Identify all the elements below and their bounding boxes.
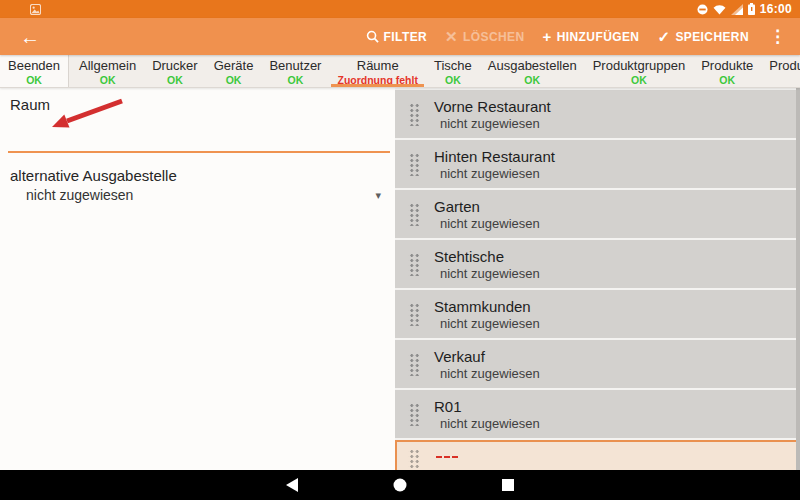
chevron-down-icon: ▾ xyxy=(375,189,381,202)
tab-raeume[interactable]: Räume Zuordnung fehlt xyxy=(329,55,425,87)
android-status-bar: 16:00 xyxy=(0,0,800,18)
empty-room-name-indicator xyxy=(436,456,458,458)
room-edit-form: Raum alternative Ausgabestelle nicht zug… xyxy=(0,88,395,470)
list-item-room[interactable]: Hinten Restaurantnicht zugewiesen xyxy=(395,140,800,188)
tab-produktoptionen[interactable]: Produktoptionen OK xyxy=(761,55,800,87)
tab-allgemein[interactable]: Allgemein OK xyxy=(71,55,144,87)
cell-signal-icon xyxy=(731,4,743,15)
back-arrow-icon[interactable]: ← xyxy=(20,27,40,47)
list-item-room[interactable]: Stehtischenicht zugewiesen xyxy=(395,240,800,288)
content-area: Raum alternative Ausgabestelle nicht zug… xyxy=(0,88,800,470)
android-nav-bar xyxy=(0,470,800,500)
settings-tab-bar: Beenden OK Allgemein OK Drucker OK Gerät… xyxy=(0,55,800,88)
close-icon: ✕ xyxy=(445,29,458,44)
alt-output-field: alternative Ausgabestelle nicht zugewies… xyxy=(0,167,395,203)
drag-handle-icon[interactable] xyxy=(408,302,419,326)
battery-icon xyxy=(748,3,755,15)
tab-geraete[interactable]: Geräte OK xyxy=(206,55,262,87)
drag-handle-icon[interactable] xyxy=(408,152,419,176)
tab-benutzer[interactable]: Benutzer OK xyxy=(261,55,329,87)
filter-button-label: FILTER xyxy=(384,30,428,44)
tab-tische[interactable]: Tische OK xyxy=(426,55,480,87)
list-item-room[interactable]: Gartennicht zugewiesen xyxy=(395,190,800,238)
list-item-room-selected[interactable] xyxy=(395,440,800,470)
save-button-label: SPEICHERN xyxy=(675,30,749,44)
nav-back-icon[interactable] xyxy=(284,477,300,493)
do-not-disturb-icon xyxy=(697,4,708,15)
tab-produkte[interactable]: Produkte OK xyxy=(693,55,761,87)
list-item-room[interactable]: Verkaufnicht zugewiesen xyxy=(395,340,800,388)
filter-button[interactable]: FILTER xyxy=(366,30,428,44)
list-item-room[interactable]: Stammkundennicht zugewiesen xyxy=(395,290,800,338)
app-screen: 16:00 ← FILTER ✕ LÖSCHEN + HINZUFÜGEN ✓ … xyxy=(0,0,800,500)
add-button[interactable]: + HINZUFÜGEN xyxy=(543,29,640,44)
clock-time: 16:00 xyxy=(760,2,792,16)
room-list: Vorne Restaurantnicht zugewiesen Hinten … xyxy=(395,88,800,470)
nav-recents-icon[interactable] xyxy=(500,477,516,493)
save-button[interactable]: ✓ SPEICHERN xyxy=(657,29,749,44)
delete-button: ✕ LÖSCHEN xyxy=(445,29,524,44)
drag-handle-icon[interactable] xyxy=(408,252,419,276)
tab-produktgruppen[interactable]: Produktgruppen OK xyxy=(585,55,694,87)
drag-handle-icon[interactable] xyxy=(408,402,419,426)
app-toolbar: ← FILTER ✕ LÖSCHEN + HINZUFÜGEN ✓ SPEICH… xyxy=(0,18,800,55)
alt-output-select[interactable]: nicht zugewiesen ▾ xyxy=(26,187,381,203)
drag-handle-icon[interactable] xyxy=(408,102,419,126)
alt-output-label: alternative Ausgabestelle xyxy=(10,167,395,184)
check-icon: ✓ xyxy=(657,29,670,44)
alt-output-value: nicht zugewiesen xyxy=(26,187,133,203)
scrollbar[interactable] xyxy=(796,88,800,470)
plus-icon: + xyxy=(543,29,552,44)
overflow-menu-icon[interactable]: ⋮ xyxy=(767,28,788,45)
search-icon xyxy=(366,30,379,43)
drag-handle-icon[interactable] xyxy=(408,202,419,226)
list-item-room[interactable]: Vorne Restaurantnicht zugewiesen xyxy=(395,90,800,138)
add-button-label: HINZUFÜGEN xyxy=(557,30,640,44)
tab-beenden[interactable]: Beenden OK xyxy=(0,55,69,87)
wifi-icon xyxy=(713,4,726,15)
list-item-room[interactable]: R01nicht zugewiesen xyxy=(395,390,800,438)
drag-handle-icon[interactable] xyxy=(408,448,419,470)
nav-home-icon[interactable] xyxy=(392,477,408,493)
room-name-input[interactable] xyxy=(8,135,390,153)
drag-handle-icon[interactable] xyxy=(408,352,419,376)
delete-button-label: LÖSCHEN xyxy=(463,30,524,44)
tab-ausgabestellen[interactable]: Ausgabestellen OK xyxy=(480,55,585,87)
tab-drucker[interactable]: Drucker OK xyxy=(144,55,206,87)
screenshot-notification-icon xyxy=(30,4,41,15)
room-name-label: Raum xyxy=(10,96,395,113)
